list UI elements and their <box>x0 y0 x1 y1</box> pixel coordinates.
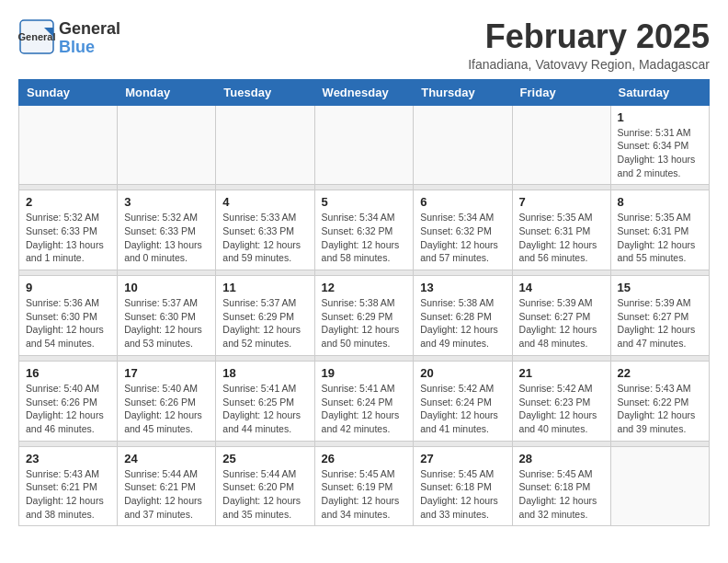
calendar-cell: 3Sunrise: 5:32 AM Sunset: 6:33 PM Daylig… <box>118 190 216 270</box>
day-number: 27 <box>420 452 505 465</box>
weekday-header-saturday: Saturday <box>610 79 709 105</box>
day-info: Sunrise: 5:44 AM Sunset: 6:20 PM Dayligh… <box>222 467 307 522</box>
day-number: 17 <box>124 366 209 380</box>
day-info: Sunrise: 5:31 AM Sunset: 6:34 PM Dayligh… <box>618 126 702 180</box>
day-number: 9 <box>26 281 110 294</box>
day-number: 8 <box>618 195 702 209</box>
calendar-cell <box>314 105 414 185</box>
weekday-header-row: SundayMondayTuesdayWednesdayThursdayFrid… <box>19 79 710 105</box>
calendar-cell: 21Sunrise: 5:42 AM Sunset: 6:23 PM Dayli… <box>512 361 610 441</box>
day-info: Sunrise: 5:34 AM Sunset: 6:32 PM Dayligh… <box>420 211 505 265</box>
day-info: Sunrise: 5:45 AM Sunset: 6:19 PM Dayligh… <box>322 467 407 522</box>
day-info: Sunrise: 5:43 AM Sunset: 6:22 PM Dayligh… <box>618 382 702 436</box>
weekday-header-tuesday: Tuesday <box>216 79 314 105</box>
day-number: 3 <box>124 195 209 209</box>
weekday-header-thursday: Thursday <box>414 79 512 105</box>
calendar-cell: 22Sunrise: 5:43 AM Sunset: 6:22 PM Dayli… <box>610 361 709 441</box>
day-number: 11 <box>222 281 307 294</box>
calendar-week-row: 16Sunrise: 5:40 AM Sunset: 6:26 PM Dayli… <box>19 361 710 441</box>
logo-mark: General <box>18 18 55 59</box>
calendar-title: February 2025 <box>468 18 710 55</box>
calendar-week-row: 23Sunrise: 5:43 AM Sunset: 6:21 PM Dayli… <box>19 446 710 526</box>
day-number: 7 <box>519 195 604 209</box>
weekday-header-wednesday: Wednesday <box>314 79 414 105</box>
day-number: 10 <box>124 281 209 294</box>
calendar-table: SundayMondayTuesdayWednesdayThursdayFrid… <box>18 79 710 527</box>
calendar-cell: 5Sunrise: 5:34 AM Sunset: 6:32 PM Daylig… <box>314 190 414 270</box>
calendar-cell: 15Sunrise: 5:39 AM Sunset: 6:27 PM Dayli… <box>610 276 709 356</box>
day-number: 18 <box>222 366 307 380</box>
day-number: 20 <box>420 366 505 380</box>
day-info: Sunrise: 5:45 AM Sunset: 6:18 PM Dayligh… <box>420 467 505 522</box>
header: General General Blue February 2025 Ifana… <box>18 18 710 72</box>
day-info: Sunrise: 5:37 AM Sunset: 6:30 PM Dayligh… <box>124 296 209 350</box>
calendar-cell: 9Sunrise: 5:36 AM Sunset: 6:30 PM Daylig… <box>19 276 118 356</box>
day-number: 26 <box>322 452 407 465</box>
weekday-header-monday: Monday <box>118 79 216 105</box>
day-info: Sunrise: 5:32 AM Sunset: 6:33 PM Dayligh… <box>124 211 209 265</box>
day-number: 6 <box>420 195 505 209</box>
day-number: 22 <box>618 366 702 380</box>
day-info: Sunrise: 5:34 AM Sunset: 6:32 PM Dayligh… <box>322 211 407 265</box>
calendar-cell <box>19 105 118 185</box>
day-info: Sunrise: 5:39 AM Sunset: 6:27 PM Dayligh… <box>618 296 702 350</box>
day-info: Sunrise: 5:40 AM Sunset: 6:26 PM Dayligh… <box>26 382 110 436</box>
calendar-cell: 12Sunrise: 5:38 AM Sunset: 6:29 PM Dayli… <box>314 276 414 356</box>
calendar-cell <box>512 105 610 185</box>
calendar-cell: 17Sunrise: 5:40 AM Sunset: 6:26 PM Dayli… <box>118 361 216 441</box>
day-info: Sunrise: 5:35 AM Sunset: 6:31 PM Dayligh… <box>618 211 702 265</box>
calendar-week-row: 9Sunrise: 5:36 AM Sunset: 6:30 PM Daylig… <box>19 276 710 356</box>
calendar-cell <box>610 446 709 526</box>
day-info: Sunrise: 5:42 AM Sunset: 6:24 PM Dayligh… <box>420 382 505 436</box>
calendar-cell: 2Sunrise: 5:32 AM Sunset: 6:33 PM Daylig… <box>19 190 118 270</box>
calendar-cell <box>118 105 216 185</box>
calendar-cell: 24Sunrise: 5:44 AM Sunset: 6:21 PM Dayli… <box>118 446 216 526</box>
calendar-cell: 20Sunrise: 5:42 AM Sunset: 6:24 PM Dayli… <box>414 361 512 441</box>
weekday-header-sunday: Sunday <box>19 79 118 105</box>
title-area: February 2025 Ifanadiana, Vatovavy Regio… <box>468 18 710 72</box>
day-number: 13 <box>420 281 505 294</box>
calendar-cell: 25Sunrise: 5:44 AM Sunset: 6:20 PM Dayli… <box>216 446 314 526</box>
calendar-cell: 16Sunrise: 5:40 AM Sunset: 6:26 PM Dayli… <box>19 361 118 441</box>
day-number: 1 <box>618 110 702 124</box>
day-info: Sunrise: 5:43 AM Sunset: 6:21 PM Dayligh… <box>26 467 110 522</box>
day-info: Sunrise: 5:44 AM Sunset: 6:21 PM Dayligh… <box>124 467 209 522</box>
day-number: 21 <box>519 366 604 380</box>
day-number: 28 <box>519 452 604 465</box>
day-info: Sunrise: 5:36 AM Sunset: 6:30 PM Dayligh… <box>26 296 110 350</box>
calendar-cell <box>216 105 314 185</box>
calendar-cell: 7Sunrise: 5:35 AM Sunset: 6:31 PM Daylig… <box>512 190 610 270</box>
day-number: 25 <box>222 452 307 465</box>
calendar-cell: 8Sunrise: 5:35 AM Sunset: 6:31 PM Daylig… <box>610 190 709 270</box>
calendar-cell: 14Sunrise: 5:39 AM Sunset: 6:27 PM Dayli… <box>512 276 610 356</box>
logo-text: General Blue <box>59 20 120 58</box>
day-info: Sunrise: 5:32 AM Sunset: 6:33 PM Dayligh… <box>26 211 110 265</box>
day-info: Sunrise: 5:38 AM Sunset: 6:29 PM Dayligh… <box>322 296 407 350</box>
day-number: 16 <box>26 366 110 380</box>
calendar-cell: 4Sunrise: 5:33 AM Sunset: 6:33 PM Daylig… <box>216 190 314 270</box>
day-number: 5 <box>322 195 407 209</box>
calendar-week-row: 1Sunrise: 5:31 AM Sunset: 6:34 PM Daylig… <box>19 105 710 185</box>
day-number: 14 <box>519 281 604 294</box>
day-number: 2 <box>26 195 110 209</box>
day-number: 12 <box>322 281 407 294</box>
day-info: Sunrise: 5:35 AM Sunset: 6:31 PM Dayligh… <box>519 211 604 265</box>
day-number: 4 <box>222 195 307 209</box>
calendar-cell: 19Sunrise: 5:41 AM Sunset: 6:24 PM Dayli… <box>314 361 414 441</box>
calendar-cell: 13Sunrise: 5:38 AM Sunset: 6:28 PM Dayli… <box>414 276 512 356</box>
weekday-header-friday: Friday <box>512 79 610 105</box>
calendar-cell: 10Sunrise: 5:37 AM Sunset: 6:30 PM Dayli… <box>118 276 216 356</box>
calendar-cell: 23Sunrise: 5:43 AM Sunset: 6:21 PM Dayli… <box>19 446 118 526</box>
page-container: General General Blue February 2025 Ifana… <box>18 18 710 526</box>
day-info: Sunrise: 5:40 AM Sunset: 6:26 PM Dayligh… <box>124 382 209 436</box>
calendar-week-row: 2Sunrise: 5:32 AM Sunset: 6:33 PM Daylig… <box>19 190 710 270</box>
calendar-cell: 28Sunrise: 5:45 AM Sunset: 6:18 PM Dayli… <box>512 446 610 526</box>
day-number: 24 <box>124 452 209 465</box>
calendar-subtitle: Ifanadiana, Vatovavy Region, Madagascar <box>468 57 710 72</box>
day-info: Sunrise: 5:38 AM Sunset: 6:28 PM Dayligh… <box>420 296 505 350</box>
day-number: 19 <box>322 366 407 380</box>
day-info: Sunrise: 5:37 AM Sunset: 6:29 PM Dayligh… <box>222 296 307 350</box>
day-info: Sunrise: 5:33 AM Sunset: 6:33 PM Dayligh… <box>222 211 307 265</box>
calendar-cell <box>414 105 512 185</box>
day-info: Sunrise: 5:41 AM Sunset: 6:25 PM Dayligh… <box>222 382 307 436</box>
